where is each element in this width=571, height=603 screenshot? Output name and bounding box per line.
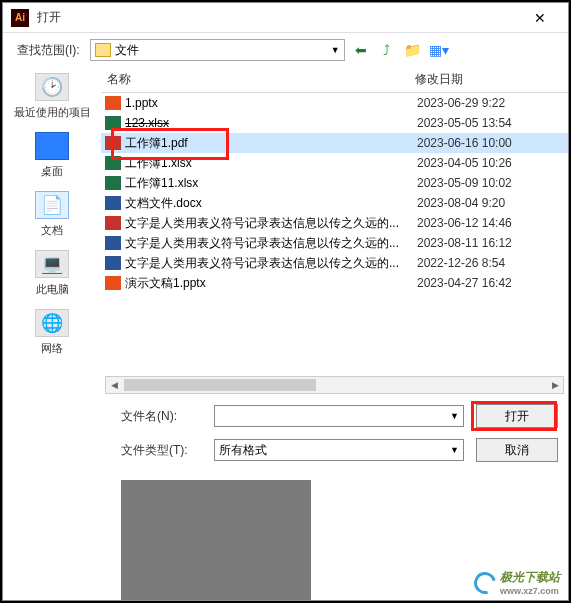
column-date[interactable]: 修改日期: [415, 71, 568, 88]
h-scrollbar[interactable]: ◀ ▶: [105, 376, 564, 394]
file-name: 文字是人类用表义符号记录表达信息以传之久远的...: [125, 255, 417, 272]
sidebar-item-network[interactable]: 🌐 网络: [8, 309, 96, 356]
file-name: 演示文稿1.pptx: [125, 275, 417, 292]
sidebar-item-desktop[interactable]: 桌面: [8, 132, 96, 179]
chevron-down-icon: ▼: [450, 445, 459, 455]
watermark: 极光下载站 www.xz7.com: [474, 569, 560, 596]
file-icon: [105, 276, 121, 290]
file-name: 1.pptx: [125, 96, 417, 110]
file-icon: [105, 96, 121, 110]
app-icon: Ai: [11, 9, 29, 27]
new-folder-icon[interactable]: 📁: [403, 40, 423, 60]
file-name: 文字是人类用表义符号记录表达信息以传之久远的...: [125, 215, 417, 232]
sidebar-item-recent[interactable]: 🕑 最近使用的项目: [8, 73, 96, 120]
file-icon: [105, 216, 121, 230]
file-date: 2023-05-09 10:02: [417, 176, 512, 190]
file-icon: [105, 116, 121, 130]
back-icon[interactable]: ⬅: [351, 40, 371, 60]
file-name: 文档文件.docx: [125, 195, 417, 212]
file-row[interactable]: 文字是人类用表义符号记录表达信息以传之久远的...2023-08-11 16:1…: [101, 233, 568, 253]
recent-icon: 🕑: [35, 73, 69, 101]
file-date: 2023-08-04 9:20: [417, 196, 505, 210]
filetype-select[interactable]: 所有格式 ▼: [214, 439, 464, 461]
path-dropdown[interactable]: 文件 ▼: [90, 39, 345, 61]
open-button[interactable]: 打开: [476, 404, 558, 428]
cancel-button[interactable]: 取消: [476, 438, 558, 462]
file-row[interactable]: 文档文件.docx2023-08-04 9:20: [101, 193, 568, 213]
toolbar: 查找范围(I): 文件 ▼ ⬅ ⤴ 📁 ▦▾: [3, 33, 568, 67]
filetype-label: 文件类型(T):: [121, 442, 206, 459]
file-date: 2023-08-11 16:12: [417, 236, 512, 250]
filename-label: 文件名(N):: [121, 408, 206, 425]
documents-icon: 📄: [35, 191, 69, 219]
file-name: 123.xlsx: [125, 116, 417, 130]
scroll-thumb[interactable]: [124, 379, 316, 391]
file-icon: [105, 236, 121, 250]
up-icon[interactable]: ⤴: [377, 40, 397, 60]
file-icon: [105, 176, 121, 190]
chevron-down-icon: ▼: [450, 411, 459, 421]
thispc-icon: 💻: [35, 250, 69, 278]
file-date: 2023-06-16 10:00: [417, 136, 512, 150]
file-name: 工作簿1.xlsx: [125, 155, 417, 172]
sidebar: 🕑 最近使用的项目 桌面 📄 文档 💻 此电脑 🌐 网络: [3, 67, 101, 600]
file-name: 文字是人类用表义符号记录表达信息以传之久远的...: [125, 235, 417, 252]
file-row[interactable]: 1.pptx2023-06-29 9:22: [101, 93, 568, 113]
file-icon: [105, 156, 121, 170]
scroll-left-icon[interactable]: ◀: [106, 377, 122, 393]
file-row[interactable]: 工作簿1.pdf2023-06-16 10:00: [101, 133, 568, 153]
preview-thumbnail: [121, 480, 311, 600]
watermark-logo-icon: [470, 567, 500, 597]
file-name: 工作簿11.xlsx: [125, 175, 417, 192]
file-date: 2023-04-27 16:42: [417, 276, 512, 290]
file-icon: [105, 196, 121, 210]
file-name: 工作簿1.pdf: [125, 135, 417, 152]
titlebar: Ai 打开 ✕: [3, 3, 568, 33]
chevron-down-icon: ▼: [331, 45, 340, 55]
file-row[interactable]: 文字是人类用表义符号记录表达信息以传之久远的...2023-06-12 14:4…: [101, 213, 568, 233]
file-row[interactable]: 123.xlsx2023-05-05 13:54: [101, 113, 568, 133]
column-name[interactable]: 名称: [105, 71, 415, 88]
file-date: 2023-05-05 13:54: [417, 116, 512, 130]
list-header: 名称 修改日期: [101, 67, 568, 93]
range-label: 查找范围(I):: [17, 42, 80, 59]
open-dialog: Ai 打开 ✕ 查找范围(I): 文件 ▼ ⬅ ⤴ 📁 ▦▾ 🕑 最近使用的项目…: [2, 2, 569, 601]
file-list: 1.pptx2023-06-29 9:22123.xlsx2023-05-05 …: [101, 93, 568, 372]
file-row[interactable]: 文字是人类用表义符号记录表达信息以传之久远的...2022-12-26 8:54: [101, 253, 568, 273]
file-row[interactable]: 演示文稿1.pptx2023-04-27 16:42: [101, 273, 568, 293]
desktop-icon: [35, 132, 69, 160]
filename-input[interactable]: ▼: [214, 405, 464, 427]
view-menu-icon[interactable]: ▦▾: [429, 40, 449, 60]
file-icon: [105, 136, 121, 150]
network-icon: 🌐: [35, 309, 69, 337]
file-date: 2022-12-26 8:54: [417, 256, 505, 270]
file-row[interactable]: 工作簿11.xlsx2023-05-09 10:02: [101, 173, 568, 193]
sidebar-item-documents[interactable]: 📄 文档: [8, 191, 96, 238]
folder-icon: [95, 43, 111, 57]
file-date: 2023-06-29 9:22: [417, 96, 505, 110]
close-button[interactable]: ✕: [520, 6, 560, 30]
path-text: 文件: [115, 42, 139, 59]
file-row[interactable]: 工作簿1.xlsx2023-04-05 10:26: [101, 153, 568, 173]
file-icon: [105, 256, 121, 270]
window-title: 打开: [37, 9, 520, 26]
sidebar-item-thispc[interactable]: 💻 此电脑: [8, 250, 96, 297]
file-date: 2023-06-12 14:46: [417, 216, 512, 230]
scroll-right-icon[interactable]: ▶: [547, 377, 563, 393]
file-date: 2023-04-05 10:26: [417, 156, 512, 170]
